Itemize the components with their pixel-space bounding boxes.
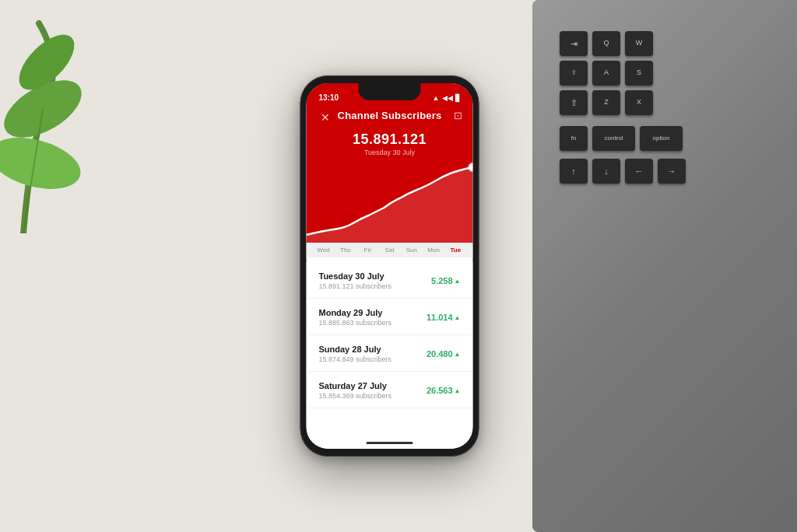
key-grid: ⇥ Q W ⇪ A S ⇧ Z X fn <box>548 16 781 199</box>
keyboard-row-1: ⇥ Q W <box>560 31 770 56</box>
battery-icon: ▊ <box>455 94 461 102</box>
plant-decoration <box>0 0 132 233</box>
item-change: 20.480 ▲ <box>427 349 461 359</box>
change-value: 11.014 <box>427 313 453 322</box>
key-w: W <box>625 31 653 56</box>
item-info: Sunday 28 July 15.874.849 subscribers <box>319 345 427 363</box>
svg-point-5 <box>469 163 473 171</box>
laptop: ⇥ Q W ⇪ A S ⇧ Z X fn <box>532 0 797 532</box>
item-subscribers: 15.891.121 subscribers <box>319 282 432 290</box>
day-mon[interactable]: Mon <box>423 247 444 254</box>
key-capslock: ⇪ <box>560 61 588 86</box>
item-date: Tuesday 30 July <box>319 271 432 281</box>
list-item[interactable]: Tuesday 30 July 15.891.121 subscribers 5… <box>307 262 473 299</box>
key-left: ← <box>625 159 653 184</box>
keyboard-area: ⇥ Q W ⇪ A S ⇧ Z X fn <box>532 0 797 532</box>
arrow-up-icon: ▲ <box>455 314 461 321</box>
item-date: Sunday 28 July <box>319 345 427 354</box>
keyboard-row-3: ⇧ Z X <box>560 90 770 115</box>
key-down: ↓ <box>592 159 620 184</box>
item-info: Tuesday 30 July 15.891.121 subscribers <box>319 271 432 290</box>
key-right: → <box>658 159 686 184</box>
day-wed[interactable]: Wed <box>313 247 335 254</box>
key-control: control <box>592 126 635 151</box>
key-option[interactable]: option <box>640 126 683 151</box>
laptop-surface: ⇥ Q W ⇪ A S ⇧ Z X fn <box>532 0 797 532</box>
key-tab: ⇥ <box>560 31 588 56</box>
arrow-up-icon: ▲ <box>455 387 461 394</box>
key-s: S <box>625 61 653 86</box>
chart-area <box>307 161 473 247</box>
content-list: Tuesday 30 July 15.891.121 subscribers 5… <box>307 262 473 449</box>
item-change: 26.563 ▲ <box>427 386 461 395</box>
key-a: A <box>592 61 620 86</box>
key-q: Q <box>592 31 620 56</box>
phone-notch <box>359 83 421 100</box>
item-date: Saturday 27 July <box>319 381 427 390</box>
status-icons: ▲ ◀◀ ▊ <box>433 94 461 102</box>
item-info: Monday 29 July 15.885.863 subscribers <box>319 308 427 327</box>
list-item[interactable]: Saturday 27 July 15.854.369 subscribers … <box>307 372 473 408</box>
change-value: 20.480 <box>427 349 453 359</box>
change-value: 26.563 <box>427 386 453 395</box>
key-shift: ⇧ <box>560 90 588 115</box>
day-sun[interactable]: Sun <box>401 247 423 254</box>
key-z: Z <box>592 90 620 115</box>
key-up: ↑ <box>560 159 588 184</box>
subscriber-count: 15.891.121 <box>307 131 473 148</box>
item-info: Saturday 27 July 15.854.369 subscribers <box>319 381 427 400</box>
arrow-up-icon: ▲ <box>455 278 461 285</box>
day-tue[interactable]: Tue <box>444 247 466 254</box>
key-fn: fn <box>560 126 588 151</box>
item-change: 11.014 ▲ <box>427 313 461 322</box>
home-indicator <box>367 442 413 444</box>
key-x: X <box>625 90 653 115</box>
item-subscribers: 15.874.849 subscribers <box>319 355 427 363</box>
arrow-up-icon: ▲ <box>455 351 461 358</box>
subscriber-date: Tuesday 30 July <box>307 149 473 156</box>
svg-point-2 <box>0 128 86 198</box>
keyboard-row-4: fn control option <box>560 126 770 151</box>
day-fri[interactable]: Fri <box>356 247 378 254</box>
item-change: 5.258 ▲ <box>431 276 460 285</box>
signal-icon: ◀◀ <box>442 94 453 102</box>
header-controls: ✕ Channel Subscribers ⊡ <box>307 105 473 126</box>
day-labels: Wed Thu Fri Sat Sun Mon Tue <box>307 243 473 257</box>
day-thu[interactable]: Thu <box>335 247 356 254</box>
day-sat[interactable]: Sat <box>378 247 400 254</box>
screen-title: Channel Subscribers <box>338 110 442 121</box>
app-header: 13:10 ▲ ◀◀ ▊ ✕ Channel Subscribers ⊡ 15.… <box>307 83 473 247</box>
phone: 13:10 ▲ ◀◀ ▊ ✕ Channel Subscribers ⊡ 15.… <box>300 75 479 457</box>
phone-body: 13:10 ▲ ◀◀ ▊ ✕ Channel Subscribers ⊡ 15.… <box>300 75 479 457</box>
phone-screen: 13:10 ▲ ◀◀ ▊ ✕ Channel Subscribers ⊡ 15.… <box>307 83 473 449</box>
list-item[interactable]: Sunday 28 July 15.874.849 subscribers 20… <box>307 335 473 372</box>
item-subscribers: 15.885.863 subscribers <box>319 319 427 327</box>
keyboard-row-2: ⇪ A S <box>560 61 770 86</box>
list-item[interactable]: Monday 29 July 15.885.863 subscribers 11… <box>307 299 473 335</box>
keyboard-row-5: ↑ ↓ ← → <box>560 159 770 184</box>
wifi-icon: ▲ <box>433 94 440 102</box>
item-subscribers: 15.854.369 subscribers <box>319 392 427 400</box>
change-value: 5.258 <box>431 276 453 285</box>
status-time: 13:10 <box>319 93 339 102</box>
camera-button[interactable]: ⊡ <box>454 110 462 121</box>
close-button[interactable]: ✕ <box>318 110 333 125</box>
item-date: Monday 29 July <box>319 308 427 317</box>
